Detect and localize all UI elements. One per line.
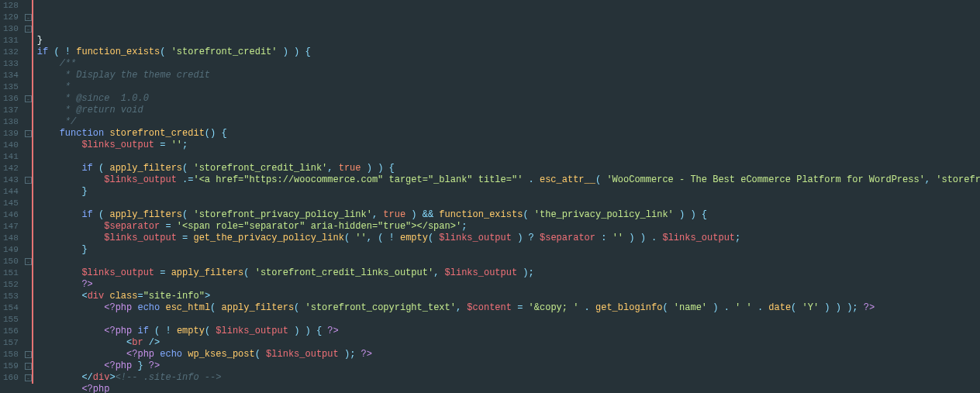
line-number: 157 — [3, 337, 19, 349]
fold-toggle-icon[interactable]: - — [25, 14, 32, 21]
code-line[interactable]: if ( apply_filters( 'storefront_privacy_… — [37, 209, 980, 221]
fold-toggle-icon[interactable]: - — [25, 363, 32, 370]
fold-toggle-icon[interactable]: - — [25, 95, 32, 102]
code-line[interactable]: $links_output = ''; — [37, 140, 980, 151]
code-line[interactable]: } — [37, 35, 980, 47]
line-number: 130 — [3, 23, 19, 35]
fold-toggle-icon[interactable]: - — [25, 26, 32, 33]
line-number: 134 — [3, 70, 19, 81]
code-line[interactable]: * — [37, 81, 980, 93]
line-number: 136 — [3, 93, 19, 105]
change-marker — [32, 0, 33, 384]
code-line[interactable] — [37, 151, 980, 163]
line-number: 160 — [3, 372, 19, 384]
code-line[interactable]: <?php echo esc_html( apply_filters( 'sto… — [37, 302, 980, 314]
line-number: 138 — [3, 116, 19, 128]
line-number: 148 — [3, 233, 19, 244]
line-number: 128 — [3, 0, 19, 12]
code-line[interactable]: * @since 1.0.0 — [37, 93, 980, 105]
line-number: 144 — [3, 186, 19, 198]
code-line[interactable] — [37, 198, 980, 209]
code-line[interactable]: <?php } ?> — [37, 360, 980, 372]
line-number: 131 — [3, 35, 19, 47]
fold-toggle-icon[interactable]: - — [25, 351, 32, 358]
fold-toggle-icon[interactable]: - — [25, 258, 32, 265]
code-line[interactable] — [37, 314, 980, 326]
fold-toggle-icon[interactable]: - — [25, 374, 32, 381]
code-line[interactable]: $separator = '<span role="separator" ari… — [37, 221, 980, 233]
line-number: 147 — [3, 221, 19, 233]
line-number: 145 — [3, 198, 19, 209]
code-line[interactable]: ?> — [37, 279, 980, 291]
code-line[interactable]: } — [37, 186, 980, 198]
fold-toggle-icon[interactable]: - — [25, 130, 32, 137]
line-number: 140 — [3, 140, 19, 151]
code-line[interactable]: if ( apply_filters( 'storefront_credit_l… — [37, 163, 980, 174]
line-number: 129 — [3, 12, 19, 23]
code-line[interactable]: function storefront_credit() { — [37, 128, 980, 140]
line-number: 143 — [3, 174, 19, 186]
line-number: 149 — [3, 244, 19, 256]
line-number: 156 — [3, 326, 19, 337]
line-number: 141 — [3, 151, 19, 163]
line-number: 139 — [3, 128, 19, 140]
line-number: 158 — [3, 349, 19, 360]
line-number: 133 — [3, 58, 19, 70]
code-line[interactable]: <?php echo wp_kses_post( $links_output )… — [37, 349, 980, 360]
line-number: 150 — [3, 256, 19, 267]
line-number: 154 — [3, 302, 19, 314]
code-line[interactable]: * Display the theme credit — [37, 70, 980, 81]
code-line[interactable]: if ( ! function_exists( 'storefront_cred… — [37, 47, 980, 58]
code-line[interactable]: $links_output = apply_filters( 'storefro… — [37, 267, 980, 279]
code-line[interactable]: <br /> — [37, 337, 980, 349]
line-number: 155 — [3, 314, 19, 326]
code-line[interactable]: $links_output = get_the_privacy_policy_l… — [37, 233, 980, 244]
line-number: 135 — [3, 81, 19, 93]
line-number: 132 — [3, 47, 19, 58]
code-line[interactable]: } — [37, 244, 980, 256]
line-number: 152 — [3, 279, 19, 291]
code-line[interactable]: <div class="site-info"> — [37, 291, 980, 302]
code-line[interactable]: <?php if ( ! empty( $links_output ) ) { … — [37, 326, 980, 337]
code-area[interactable]: }if ( ! function_exists( 'storefront_cre… — [34, 0, 980, 393]
line-number: 159 — [3, 360, 19, 372]
code-line[interactable]: $links_output .='<a href="https://woocom… — [37, 174, 980, 186]
code-line[interactable]: */ — [37, 116, 980, 128]
line-number: 153 — [3, 291, 19, 302]
code-line[interactable] — [37, 256, 980, 267]
code-line[interactable]: * @return void — [37, 105, 980, 116]
line-number: 137 — [3, 105, 19, 116]
code-line[interactable]: </div><!-- .site-info --> — [37, 372, 980, 384]
line-number: 151 — [3, 267, 19, 279]
code-editor[interactable]: 1281291301311321331341351361371381391401… — [0, 0, 980, 393]
line-number: 146 — [3, 209, 19, 221]
code-line[interactable]: /** — [37, 58, 980, 70]
line-number: 142 — [3, 163, 19, 174]
fold-toggle-icon[interactable]: - — [25, 177, 32, 184]
code-line[interactable]: <?php — [37, 384, 980, 393]
line-number-gutter: 1281291301311321331341351361371381391401… — [0, 0, 23, 393]
